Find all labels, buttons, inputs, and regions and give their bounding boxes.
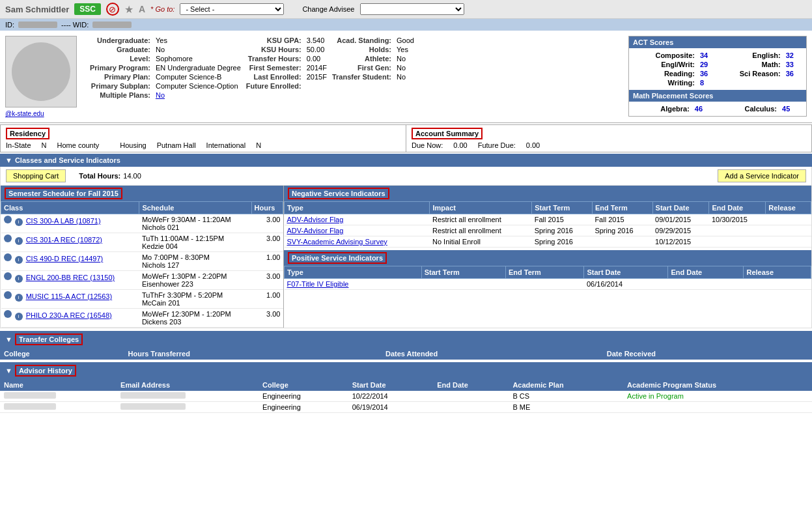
due-now-value: 0.00 <box>453 141 467 149</box>
id-bar: ID: ---- WID: <box>0 19 812 31</box>
block-icon[interactable]: ⊘ <box>106 3 119 16</box>
classes-service-section: ▼ Classes and Service Indicators Shoppin… <box>0 154 812 328</box>
housing-label: Housing <box>120 141 146 149</box>
neg-col-header: Type <box>285 202 430 214</box>
change-advisee-label: Change Advisee <box>302 5 354 13</box>
future-enrolled-label: Future Enrolled: <box>244 81 304 91</box>
service-indicators-panel: Negative Service Indicators TypeImpactSt… <box>284 186 811 328</box>
algebra-value: 46 <box>692 104 715 113</box>
photo-placeholder <box>12 42 70 101</box>
transfer-hours-label: Transfer Hours: <box>244 54 304 63</box>
class-link[interactable]: CIS 490-D REC (14497) <box>26 255 104 263</box>
pos-release <box>744 279 811 290</box>
neg-end-term: Spring 2016 <box>592 225 652 236</box>
in-state-value: N <box>42 141 47 149</box>
class-link[interactable]: PHILO 230-A REC (16548) <box>26 311 112 319</box>
table-row: i ENGL 200-BB REC (13150) MoWeFr 1:30PM … <box>1 271 283 290</box>
advisor-academic-plan: B ME <box>509 402 623 413</box>
ksu-gpa-label: KSU GPA: <box>244 36 304 45</box>
neg-end-date: 10/30/2015 <box>709 214 766 225</box>
a-icon[interactable]: A <box>139 4 145 14</box>
writing-label: Writing: <box>633 78 697 87</box>
class-link[interactable]: MUSIC 115-A ACT (12563) <box>26 292 112 300</box>
add-service-indicator-button[interactable]: Add a Service Indicator <box>718 169 806 182</box>
last-enrolled-label: Last Enrolled: <box>244 72 304 81</box>
shopping-cart-button[interactable]: Shopping Cart <box>6 169 66 182</box>
advisor-college: Engineering <box>259 402 348 413</box>
neg-start-date: 09/01/2015 <box>652 214 709 225</box>
neg-type-link[interactable]: SVY-Academic Advising Survey <box>287 238 387 246</box>
multiple-plans-link[interactable]: No <box>156 91 165 99</box>
residency-data: In-State N Home county Housing Putnam Ha… <box>6 141 400 149</box>
math-placement-table: Algebra: 46 Calculus: 45 <box>633 104 802 113</box>
advisor-email <box>117 402 259 413</box>
pos-type: F07-Title IV Eligible <box>285 279 422 290</box>
account-summary-section: Account Summary Due Now: 0.00 Future Due… <box>406 125 811 152</box>
neg-end-date <box>709 225 766 236</box>
international-value: N <box>256 141 261 149</box>
advisor-email-link[interactable] <box>120 392 186 400</box>
class-name: i PHILO 230-A REC (16548) <box>1 309 139 328</box>
calculus-value: 45 <box>779 104 802 113</box>
transfer-colleges-section: ▼ Transfer Colleges CollegeHours Transfe… <box>0 331 812 360</box>
wid-label: ---- WID: <box>61 21 89 29</box>
advisor-history-section: ▼ Advisor History NameEmail AddressColle… <box>0 362 812 413</box>
primary-plan-label: Primary Plan: <box>87 72 153 81</box>
class-hours: 3.00 <box>251 214 283 233</box>
transfer-student-value: No <box>394 72 417 81</box>
scores-col: ACT Scores Composite: 34 English: 32 Eng… <box>623 33 812 120</box>
advisor-col-header: Academic Plan <box>509 379 623 391</box>
table-row: i MUSIC 115-A ACT (12563) TuThFr 3:30PM … <box>1 290 283 309</box>
id-label: ID: <box>5 21 14 29</box>
neg-release <box>766 214 811 225</box>
residency-section: Residency In-State N Home county Housing… <box>1 125 406 152</box>
class-hours: 3.00 <box>251 233 283 252</box>
engl-writ-label: Engl/Writ: <box>633 60 697 69</box>
class-link[interactable]: ENGL 200-BB REC (13150) <box>26 274 115 281</box>
algebra-label: Algebra: <box>633 104 692 113</box>
table-row: F07-Title IV Eligible 06/16/2014 <box>285 279 811 290</box>
neg-type-link[interactable]: ADV-Advisor Flag <box>287 216 344 223</box>
class-schedule: MoWeFr 1:30PM - 2:20PM Eisenhower 223 <box>139 271 251 290</box>
schedule-col-header: Schedule <box>139 202 251 214</box>
level-value: Sophomore <box>153 54 244 63</box>
first-semester-label: First Semester: <box>244 63 304 72</box>
due-now-label: Due Now: <box>412 141 443 149</box>
advisor-email-link[interactable] <box>120 403 186 411</box>
composite-value: 34 <box>697 51 716 60</box>
advisor-college: Engineering <box>259 391 348 402</box>
neg-col-header: Release <box>766 202 811 214</box>
ssc-button[interactable]: SSC <box>74 3 101 15</box>
star-icon[interactable]: ★ <box>124 3 133 16</box>
student-email[interactable]: @k-state.edu <box>5 110 79 117</box>
semester-header-row: Semester Schedule for Fall 2015 <box>1 186 283 201</box>
engl-writ-value: 29 <box>697 60 716 69</box>
future-enrolled-value <box>304 81 329 91</box>
neg-release <box>766 225 811 236</box>
table-row: Engineering 10/22/2014 B CS Active in Pr… <box>0 391 812 402</box>
pos-end-date <box>668 279 744 290</box>
primary-subplan-value: Computer Science-Option <box>153 81 244 91</box>
calculus-label: Calculus: <box>715 104 779 113</box>
neg-col-header: End Term <box>592 202 652 214</box>
in-state-label: In-State <box>6 141 31 149</box>
transfer-table: CollegeHours TransferredDates AttendedDa… <box>0 348 812 360</box>
reading-label: Reading: <box>633 69 697 78</box>
pos-type-link[interactable]: F07-Title IV Eligible <box>287 280 349 288</box>
neg-start-term: Spring 2016 <box>532 236 593 248</box>
advisor-chevron-icon: ▼ <box>5 367 12 375</box>
advisor-end-date <box>433 391 509 402</box>
advisor-history-label: Advisor History <box>15 365 76 377</box>
housing-value: Putnam Hall <box>157 141 196 149</box>
change-advisee-select[interactable] <box>360 3 464 15</box>
advisor-table: NameEmail AddressCollegeStart DateEnd Da… <box>0 379 812 413</box>
neg-type-link[interactable]: ADV-Advisor Flag <box>287 227 344 235</box>
goto-select[interactable]: - Select - <box>180 3 284 15</box>
transfer-col-header: Dates Attended <box>382 348 603 360</box>
chevron-down-icon: ▼ <box>5 156 12 164</box>
neg-impact: Restrict all enrollment <box>430 225 532 236</box>
class-link[interactable]: CIS 300-A LAB (10871) <box>26 217 101 225</box>
pos-col-header: Release <box>744 266 811 279</box>
neg-end-date <box>709 236 766 248</box>
class-link[interactable]: CIS 301-A REC (10872) <box>26 236 102 244</box>
